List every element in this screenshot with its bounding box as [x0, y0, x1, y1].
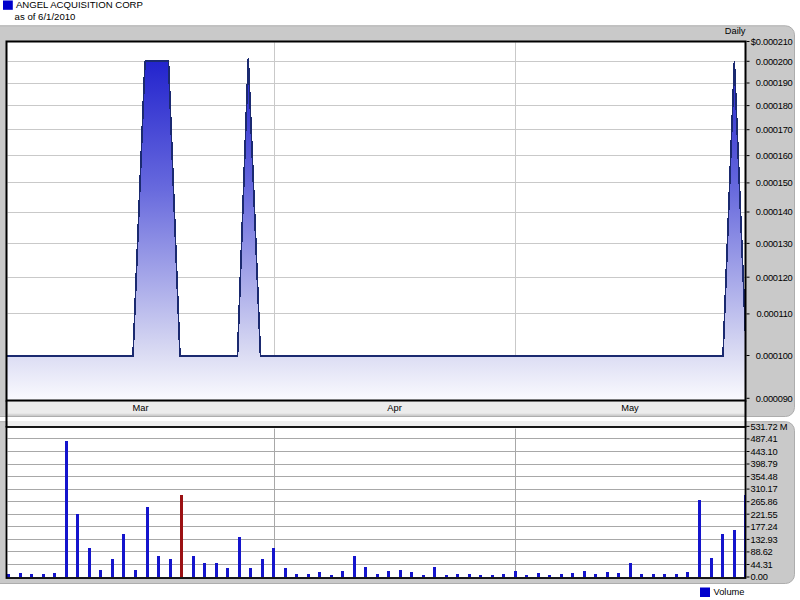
- svg-text:0.000170: 0.000170: [756, 125, 793, 135]
- svg-text:177.24: 177.24: [751, 522, 778, 532]
- svg-text:487.41: 487.41: [751, 434, 778, 444]
- svg-text:0.000130: 0.000130: [756, 239, 793, 249]
- svg-text:0.000120: 0.000120: [756, 273, 793, 283]
- svg-text:88.62: 88.62: [751, 547, 773, 557]
- svg-text:443.10: 443.10: [751, 447, 778, 457]
- svg-text:310.17: 310.17: [751, 484, 778, 494]
- svg-text:$0.000210: $0.000210: [751, 37, 793, 47]
- svg-text:Mar: Mar: [132, 403, 148, 413]
- svg-text:398.79: 398.79: [751, 459, 778, 469]
- svg-text:0.000190: 0.000190: [756, 78, 793, 88]
- svg-text:531.72 M: 531.72 M: [751, 422, 788, 432]
- svg-text:0.00: 0.00: [751, 572, 768, 582]
- svg-text:0.000110: 0.000110: [756, 309, 792, 319]
- svg-text:132.93: 132.93: [751, 535, 778, 545]
- svg-text:221.55: 221.55: [751, 510, 778, 520]
- svg-text:0.000160: 0.000160: [756, 151, 793, 161]
- svg-text:as of 6/1/2010: as of 6/1/2010: [15, 11, 76, 22]
- svg-text:265.86: 265.86: [751, 497, 778, 507]
- svg-text:0.000090: 0.000090: [756, 394, 793, 404]
- svg-text:354.48: 354.48: [751, 472, 778, 482]
- svg-text:44.31: 44.31: [751, 560, 773, 570]
- svg-text:0.000100: 0.000100: [756, 351, 793, 361]
- svg-text:May: May: [621, 403, 639, 413]
- svg-text:ANGEL ACQUISITION CORP: ANGEL ACQUISITION CORP: [16, 0, 143, 10]
- svg-text:Apr: Apr: [387, 403, 401, 413]
- svg-text:0.000180: 0.000180: [756, 101, 793, 111]
- svg-text:0.000200: 0.000200: [756, 57, 793, 67]
- svg-text:0.000140: 0.000140: [756, 207, 793, 217]
- svg-text:0.000150: 0.000150: [756, 178, 793, 188]
- svg-text:Volume: Volume: [714, 587, 745, 597]
- svg-text:Daily: Daily: [725, 26, 746, 36]
